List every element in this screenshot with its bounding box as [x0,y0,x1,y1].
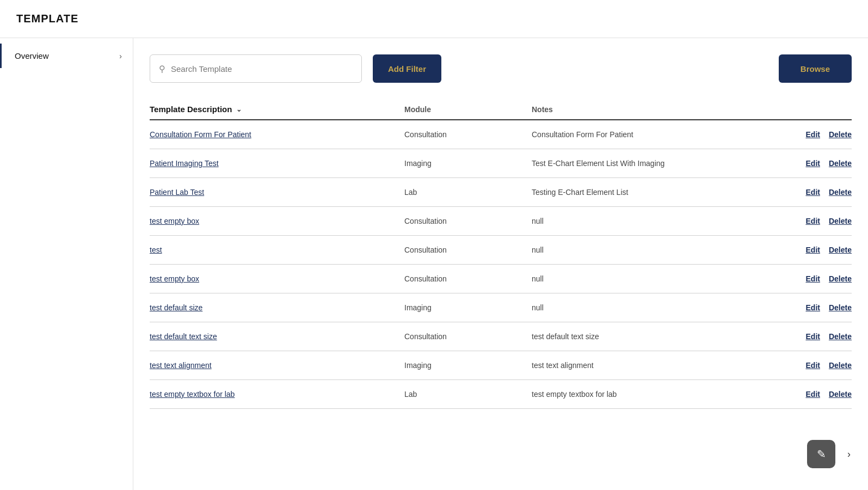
row-notes: null [532,246,786,254]
edit-button[interactable]: Edit [806,130,820,139]
table-row: test default size Imaging null Edit Dele… [150,293,852,322]
row-actions: Edit Delete [786,188,852,197]
col-header-notes: Notes [532,105,786,114]
sidebar-item-label: Overview [15,51,49,60]
table-row: test empty textbox for lab Lab test empt… [150,380,852,409]
edit-button[interactable]: Edit [806,390,820,399]
row-description-link[interactable]: Patient Imaging Test [150,159,404,168]
row-module: Imaging [404,159,532,168]
row-description-link[interactable]: test text alignment [150,361,404,370]
add-filter-button[interactable]: Add Filter [373,54,441,83]
row-notes: Consultation Form For Patient [532,130,786,139]
template-table: Template Description ⌄ Module Notes Cons… [150,99,852,409]
col-header-description: Template Description ⌄ [150,105,404,114]
edit-button[interactable]: Edit [806,274,820,283]
search-icon: ⚲ [159,64,165,74]
row-module: Consultation [404,130,532,139]
delete-button[interactable]: Delete [829,188,852,197]
delete-button[interactable]: Delete [829,274,852,283]
edit-button[interactable]: Edit [806,332,820,341]
table-row: test default text size Consultation test… [150,322,852,351]
row-description-link[interactable]: test empty textbox for lab [150,390,404,399]
row-description-link[interactable]: test default size [150,303,404,312]
row-actions: Edit Delete [786,332,852,341]
content-area: ⚲ Add Filter Browse Template Description… [133,38,868,490]
row-notes: Testing E-Chart Element List [532,188,786,197]
table-row: test text alignment Imaging test text al… [150,351,852,380]
row-actions: Edit Delete [786,361,852,370]
delete-button[interactable]: Delete [829,332,852,341]
row-actions: Edit Delete [786,130,852,139]
row-description-link[interactable]: Patient Lab Test [150,188,404,197]
fab-edit-button[interactable]: ✎ [807,440,835,468]
table-row: test empty box Consultation null Edit De… [150,207,852,236]
row-module: Imaging [404,303,532,312]
edit-icon: ✎ [817,448,826,461]
edit-button[interactable]: Edit [806,159,820,168]
table-row: test Consultation null Edit Delete [150,236,852,265]
delete-button[interactable]: Delete [829,303,852,312]
row-notes: null [532,217,786,225]
sidebar: Overview › [0,38,133,490]
table-row: Consultation Form For Patient Consultati… [150,120,852,149]
row-notes: test empty textbox for lab [532,390,786,399]
chevron-right-icon: › [847,449,851,460]
row-actions: Edit Delete [786,390,852,399]
row-description-link[interactable]: test [150,246,404,254]
sidebar-item-overview[interactable]: Overview › [0,44,133,68]
search-input[interactable] [171,64,353,74]
edit-button[interactable]: Edit [806,303,820,312]
delete-button[interactable]: Delete [829,246,852,254]
chevron-right-icon: › [119,52,122,60]
row-actions: Edit Delete [786,246,852,254]
row-module: Imaging [404,361,532,370]
page-title: TEMPLATE [16,13,78,25]
row-module: Lab [404,390,532,399]
toolbar: ⚲ Add Filter Browse [150,54,852,83]
edit-button[interactable]: Edit [806,246,820,254]
row-notes: Test E-Chart Element List With Imaging [532,159,786,168]
sort-icon: ⌄ [236,106,242,113]
row-module: Consultation [404,274,532,283]
search-box: ⚲ [150,54,362,83]
row-module: Consultation [404,332,532,341]
row-description-link[interactable]: test empty box [150,217,404,225]
row-description-link[interactable]: test empty box [150,274,404,283]
row-description-link[interactable]: test default text size [150,332,404,341]
table-body: Consultation Form For Patient Consultati… [150,120,852,409]
row-module: Lab [404,188,532,197]
delete-button[interactable]: Delete [829,217,852,225]
row-notes: null [532,274,786,283]
col-header-module: Module [404,105,532,114]
table-row: Patient Imaging Test Imaging Test E-Char… [150,149,852,178]
edit-button[interactable]: Edit [806,361,820,370]
table-row: test empty box Consultation null Edit De… [150,265,852,293]
row-notes: test text alignment [532,361,786,370]
browse-button[interactable]: Browse [779,54,852,83]
row-notes: null [532,303,786,312]
row-notes: test default text size [532,332,786,341]
delete-button[interactable]: Delete [829,130,852,139]
row-module: Consultation [404,217,532,225]
row-description-link[interactable]: Consultation Form For Patient [150,130,404,139]
edit-button[interactable]: Edit [806,188,820,197]
table-header: Template Description ⌄ Module Notes [150,99,852,120]
row-actions: Edit Delete [786,274,852,283]
main-layout: Overview › ⚲ Add Filter Browse Template … [0,38,868,490]
row-actions: Edit Delete [786,303,852,312]
table-row: Patient Lab Test Lab Testing E-Chart Ele… [150,178,852,207]
delete-button[interactable]: Delete [829,159,852,168]
delete-button[interactable]: Delete [829,361,852,370]
header: TEMPLATE [0,0,868,38]
row-module: Consultation [404,246,532,254]
edit-button[interactable]: Edit [806,217,820,225]
row-actions: Edit Delete [786,217,852,225]
delete-button[interactable]: Delete [829,390,852,399]
scroll-right-button[interactable]: › [841,440,857,468]
row-actions: Edit Delete [786,159,852,168]
